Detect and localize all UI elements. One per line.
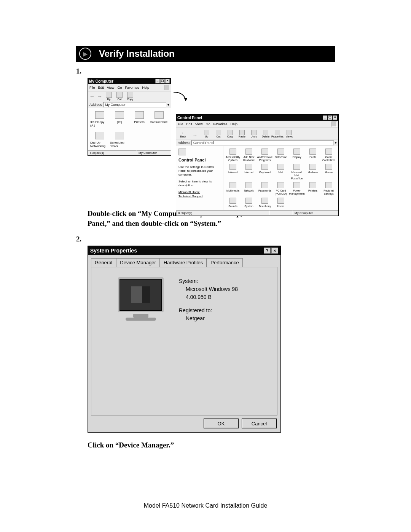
menu-help[interactable]: Help [142, 86, 149, 89]
views-button[interactable]: Views [284, 130, 295, 138]
dropdown-icon[interactable]: ▾ [167, 103, 169, 107]
forward-button[interactable]: → [97, 93, 102, 99]
address-field[interactable]: My Computer [103, 102, 166, 107]
applet-icon [325, 182, 332, 188]
cut-button[interactable]: Cut [213, 130, 224, 138]
menu-file[interactable]: File [89, 86, 95, 89]
cp-item[interactable]: Multimedia [225, 182, 241, 195]
applet-icon [245, 182, 252, 188]
menu-edit[interactable]: Edit [186, 122, 193, 126]
applet-icon [229, 149, 236, 155]
link-tech-support[interactable]: Technical Support [178, 195, 221, 198]
cp-item[interactable]: Display [289, 149, 305, 161]
delete-button[interactable]: Delete [260, 130, 271, 138]
close-button[interactable]: × [271, 248, 278, 254]
applet-label: Add/Remove Programs [257, 156, 273, 161]
up-button[interactable]: Up [105, 92, 113, 101]
cp-item[interactable]: Microsoft Mail Postoffice [289, 164, 305, 180]
cp-item[interactable]: Modems [305, 164, 321, 180]
menu-help[interactable]: Help [230, 122, 237, 126]
applet-icon [245, 149, 252, 155]
applet-icon [309, 182, 316, 188]
applet-icon [261, 198, 268, 204]
cp-item[interactable]: Users [273, 198, 289, 208]
icon-area: 3½ Floppy (A:) (C:) Printers Control Pan… [88, 108, 171, 150]
cp-item[interactable]: Mouse [321, 164, 337, 180]
applet-label: Infrared [228, 171, 237, 174]
menu-favorites[interactable]: Favorites [213, 122, 227, 126]
menu-go[interactable]: Go [117, 86, 122, 89]
floppy-drive-icon[interactable]: 3½ Floppy (A:) [90, 111, 109, 128]
tab-strip: General Device Manager Hardware Profiles… [88, 255, 280, 267]
applet-icon [325, 164, 332, 170]
cp-item[interactable]: Passwords [257, 182, 273, 195]
link-ms-home[interactable]: Microsoft Home [178, 190, 221, 194]
cp-item[interactable]: Fonts [305, 149, 321, 161]
close-button[interactable]: × [333, 115, 337, 120]
maximize-button[interactable]: ▢ [160, 79, 165, 83]
sidebar-heading: Control Panel [178, 158, 221, 162]
cp-item[interactable]: Keyboard [257, 164, 273, 180]
address-field[interactable]: Control Panel [191, 140, 334, 145]
cp-item[interactable]: Regional Settings [321, 182, 337, 195]
scheduled-tasks-icon[interactable]: Scheduled Tasks [110, 132, 129, 149]
tab-performance[interactable]: Performance [207, 258, 242, 267]
tab-general[interactable]: General [91, 258, 116, 267]
menu-view[interactable]: View [107, 86, 114, 89]
menu-edit[interactable]: Edit [98, 86, 104, 89]
printers-icon[interactable]: Printers [130, 111, 149, 128]
ok-button[interactable]: OK [204, 419, 239, 428]
dropdown-icon[interactable]: ▾ [335, 141, 337, 145]
cp-item[interactable]: Game Controllers [321, 149, 337, 161]
forward-button[interactable]: → [190, 133, 200, 138]
cp-item[interactable]: PC Card (PCMCIA) [273, 182, 289, 195]
tab-hardware-profiles[interactable]: Hardware Profiles [160, 258, 207, 267]
cut-button[interactable]: Cut [115, 92, 124, 101]
cp-item[interactable]: Printers [305, 182, 321, 195]
menu-file[interactable]: File [178, 122, 183, 126]
cancel-button[interactable]: Cancel [242, 419, 277, 428]
copy-button[interactable]: Copy [126, 92, 134, 101]
cp-item[interactable]: Accessibility Options [225, 149, 241, 161]
cp-item[interactable]: Internet [241, 164, 257, 180]
properties-button[interactable]: Properties [272, 130, 283, 138]
instruction-step-2: Click on “Device Manager.” [88, 440, 335, 450]
applet-icon [277, 198, 284, 204]
control-panel-icon[interactable]: Control Panel [150, 111, 169, 128]
tab-device-manager[interactable]: Device Manager [116, 258, 160, 267]
cp-item[interactable]: System [241, 198, 257, 208]
applet-icon [277, 182, 284, 188]
applet-label: Sounds [228, 205, 237, 208]
undo-button[interactable]: Undo [249, 130, 259, 138]
minimize-button[interactable]: _ [155, 79, 160, 83]
copy-button[interactable]: Copy [225, 130, 236, 138]
cp-item[interactable]: Sounds [225, 198, 241, 208]
cp-item[interactable]: Add/Remove Programs [257, 149, 273, 161]
cp-item[interactable]: Power Management [289, 182, 305, 195]
cp-item[interactable]: Add New Hardware [241, 149, 257, 161]
applet-label: Date/Time [275, 156, 287, 159]
system-label: System: [179, 277, 238, 285]
cp-item[interactable]: Date/Time [273, 149, 289, 161]
menu-view[interactable]: View [195, 122, 202, 126]
maximize-button[interactable]: ▢ [328, 115, 332, 120]
status-right: My Computer [137, 150, 171, 155]
registered-line: Netgear [179, 315, 238, 323]
cp-item[interactable]: Telephony [257, 198, 273, 208]
window-title: System Properties [90, 248, 137, 254]
back-button[interactable]: ←Back [178, 130, 188, 138]
menu-favorites[interactable]: Favorites [125, 86, 139, 89]
cp-item[interactable]: Network [241, 182, 257, 195]
applet-label: Passwords [258, 189, 271, 192]
close-button[interactable]: × [165, 79, 170, 83]
help-button[interactable]: ? [264, 248, 271, 254]
cp-item[interactable]: Mail [273, 164, 289, 180]
minimize-button[interactable]: _ [323, 115, 327, 120]
cp-item[interactable]: Infrared [225, 164, 241, 180]
paste-button[interactable]: Paste [237, 130, 247, 138]
up-button[interactable]: Up [201, 130, 212, 138]
c-drive-icon[interactable]: (C:) [110, 111, 129, 128]
menu-go[interactable]: Go [206, 122, 210, 126]
dialup-icon[interactable]: Dial-Up Networking [90, 132, 109, 149]
back-button[interactable]: ← [89, 93, 95, 99]
